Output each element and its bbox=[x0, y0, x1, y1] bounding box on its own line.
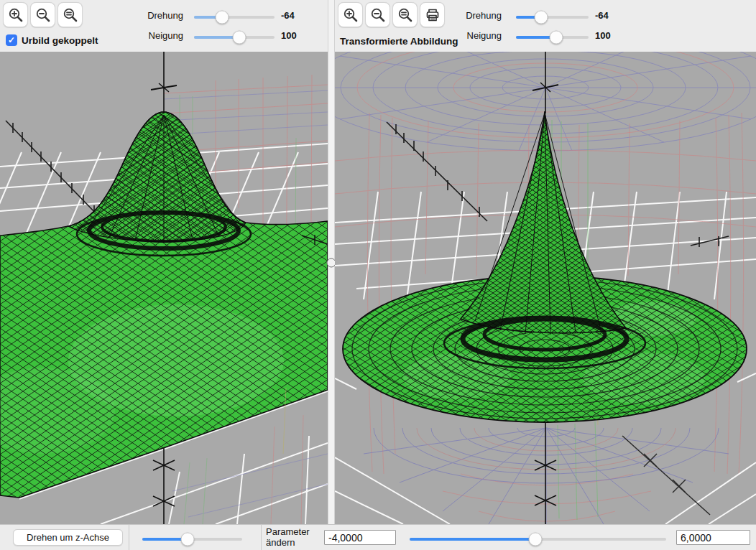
separator bbox=[129, 525, 129, 550]
parameter-max-input[interactable] bbox=[676, 530, 750, 545]
zoom-in-button[interactable] bbox=[3, 2, 28, 27]
slider-thumb[interactable] bbox=[232, 31, 246, 45]
slider-thumb[interactable] bbox=[216, 11, 229, 24]
parameter-label: Parameter ändern bbox=[266, 526, 310, 548]
drehung-label: Drehung bbox=[140, 10, 183, 21]
pane-splitter[interactable] bbox=[328, 0, 335, 524]
neigung-label: Neigung bbox=[458, 30, 502, 41]
zoom-reset-button[interactable] bbox=[57, 2, 83, 27]
z-rotation-slider[interactable] bbox=[142, 538, 242, 541]
panel-title: Transformierte Abbildung bbox=[340, 36, 458, 47]
neigung-label: Neigung bbox=[140, 30, 183, 41]
zoom-out-button[interactable] bbox=[30, 2, 55, 27]
parameter-min-input[interactable] bbox=[324, 530, 396, 545]
slider-thumb[interactable] bbox=[528, 533, 542, 546]
separator bbox=[261, 525, 262, 550]
drehung-value: -64 bbox=[281, 10, 295, 21]
transformierte-pane: Transformierte Abbildung Drehung -64 Nei… bbox=[335, 0, 756, 524]
app-window: ✓ Urbild gekoppelt Drehung -64 Neigung bbox=[0, 0, 756, 550]
neigung-row: Neigung 100 bbox=[458, 28, 642, 44]
zoom-out-button[interactable] bbox=[365, 2, 390, 27]
drehung-value: -64 bbox=[595, 10, 609, 21]
magnifier-equals-icon bbox=[62, 6, 79, 24]
checkbox-label: Urbild gekoppelt bbox=[22, 35, 98, 46]
drehung-row: Drehung -64 bbox=[140, 8, 323, 24]
slider-thumb[interactable] bbox=[549, 31, 563, 45]
magnifier-minus-icon bbox=[34, 6, 52, 24]
neigung-slider[interactable] bbox=[194, 36, 275, 39]
transformierte-toolbar: Transformierte Abbildung Drehung -64 Nei… bbox=[335, 0, 756, 52]
magnifier-plus-icon bbox=[7, 6, 24, 24]
urbild-coupled-checkbox[interactable]: ✓ Urbild gekoppelt bbox=[6, 34, 98, 46]
magnifier-equals-icon bbox=[397, 6, 414, 24]
drehung-row: Drehung -64 bbox=[458, 8, 642, 24]
transformierte-canvas[interactable] bbox=[335, 52, 756, 524]
neigung-row: Neigung 100 bbox=[140, 28, 323, 44]
urbild-pane: ✓ Urbild gekoppelt Drehung -64 Neigung bbox=[0, 0, 328, 524]
urbild-canvas-area bbox=[0, 52, 328, 524]
rotate-z-axis-button[interactable]: Drehen um z-Achse bbox=[13, 529, 123, 546]
transformierte-canvas-area bbox=[335, 52, 756, 524]
urbild-toolbar: ✓ Urbild gekoppelt Drehung -64 Neigung bbox=[0, 0, 328, 52]
bottom-bar: Drehen um z-Achse Parameter ändern bbox=[0, 524, 756, 550]
drehung-label: Drehung bbox=[458, 10, 502, 21]
neigung-value: 100 bbox=[281, 30, 297, 41]
slider-thumb[interactable] bbox=[535, 11, 548, 24]
neigung-slider[interactable] bbox=[516, 36, 589, 39]
magnifier-plus-icon bbox=[342, 6, 359, 24]
zoom-reset-button[interactable] bbox=[392, 2, 418, 27]
printer-icon bbox=[424, 6, 441, 24]
drehung-slider[interactable] bbox=[516, 16, 589, 19]
urbild-canvas[interactable] bbox=[0, 52, 328, 524]
magnifier-minus-icon bbox=[369, 6, 387, 24]
parameter-slider[interactable] bbox=[410, 538, 666, 541]
neigung-value: 100 bbox=[595, 30, 611, 41]
zoom-in-button[interactable] bbox=[338, 2, 363, 27]
checkbox-checked-icon: ✓ bbox=[6, 34, 17, 46]
drehung-slider[interactable] bbox=[194, 16, 275, 19]
print-button[interactable] bbox=[420, 2, 445, 27]
slider-thumb[interactable] bbox=[180, 533, 194, 546]
